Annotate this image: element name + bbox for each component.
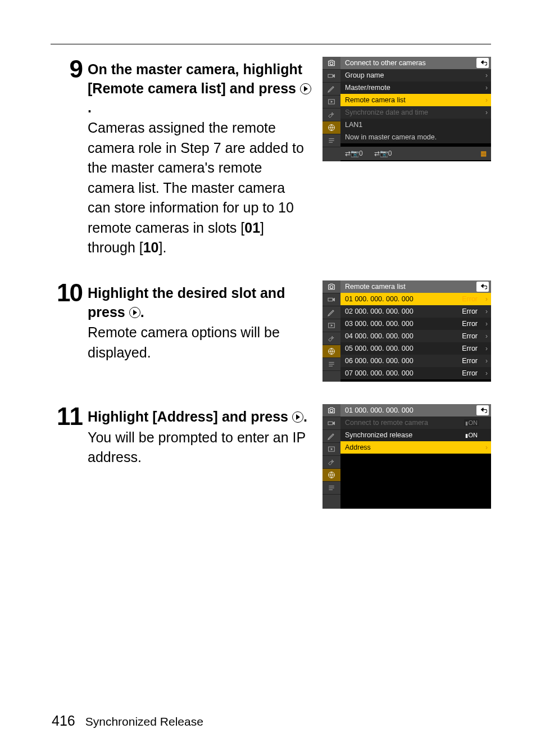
bottom-bar: ⇄📷0 ⇄📷0 ▦: [340, 147, 491, 160]
list-item: 03 000. 000. 000. 000Error›: [340, 318, 491, 330]
menu-title: Connect to other cameras: [340, 57, 491, 69]
svg-rect-0: [328, 74, 333, 77]
camera-icon: [322, 404, 340, 417]
list-item: 06 000. 000. 000. 000Error›: [340, 355, 491, 367]
video-icon: [322, 293, 340, 306]
play-icon: [322, 443, 340, 456]
pencil-icon: [322, 83, 340, 96]
list-icon: [322, 134, 340, 147]
status-line: Now in master camera mode.: [340, 131, 491, 143]
video-icon: [322, 70, 340, 83]
grid-icon: ▦: [480, 150, 487, 157]
step-10: 10 Highlight the desired slot and press …: [51, 280, 491, 382]
pencil-icon: [322, 306, 340, 319]
pencil-icon: [322, 430, 340, 443]
step-heading: Highlight the desired slot and press .: [88, 284, 311, 322]
menu-title: 01 000. 000. 000. 000: [340, 404, 491, 417]
menu-item-disabled: Synchronize date and time›: [340, 106, 491, 119]
list-item: 05 000. 000. 000. 000Error›: [340, 342, 491, 355]
step-description: Remote camera options will be displayed.: [88, 323, 311, 363]
step-11: 11 Highlight [Address] and press . You w…: [51, 404, 491, 509]
status-line: LAN1: [340, 119, 491, 131]
step-number: 11: [51, 404, 82, 509]
step-heading: On the master camera, highlight [Remote …: [88, 60, 311, 117]
menu-item: Master/remote›: [340, 82, 491, 94]
play-icon: [322, 319, 340, 332]
step-description: You will be prompted to enter an IP addr…: [88, 428, 311, 468]
list-item-highlighted: 01 000. 000. 000. 000Error›: [340, 293, 491, 305]
network-icon: [322, 469, 340, 482]
wrench-icon: [322, 108, 340, 121]
page-number: 416: [52, 713, 75, 729]
right-press-icon: [292, 411, 303, 423]
list-item: 07 000. 000. 000. 000Error›: [340, 367, 491, 379]
back-icon: [476, 58, 489, 68]
screenshot-connect-to-other-cameras: Connect to other cameras Group name› Mas…: [322, 57, 491, 161]
svg-rect-6: [328, 422, 333, 424]
menu-item-highlighted: Remote camera list›: [340, 94, 491, 106]
menu-title: Remote camera list: [340, 280, 491, 293]
list-item: 02 000. 000. 000. 000Error›: [340, 305, 491, 318]
wrench-icon: [322, 456, 340, 469]
wrench-icon: [322, 332, 340, 345]
section-label: Synchronized Release: [85, 715, 203, 728]
step-heading: Highlight [Address] and press .: [88, 408, 311, 427]
camera-icon: [322, 57, 340, 70]
network-icon: [322, 345, 340, 358]
right-press-icon: [129, 307, 140, 318]
video-icon: [322, 417, 340, 430]
menu-item: Synchronized releaseON: [340, 429, 491, 441]
screenshot-remote-camera-list: Remote camera list 01 000. 000. 000. 000…: [322, 280, 491, 382]
list-icon: [322, 358, 340, 371]
play-icon: [322, 96, 340, 108]
back-icon: [476, 282, 489, 292]
menu-item-highlighted: Address›: [340, 441, 491, 454]
list-icon: [322, 482, 340, 495]
document-page: 9 On the master camera, highlight [Remot…: [0, 0, 536, 756]
step-number: 9: [51, 57, 82, 258]
camera-icon: [322, 280, 340, 293]
menu-item: Group name›: [340, 69, 491, 82]
switch-indicator: ON: [464, 419, 479, 426]
step-description: Cameras assigned the remote camera role …: [88, 118, 311, 258]
top-rule: [51, 44, 491, 44]
right-press-icon: [300, 83, 311, 94]
svg-rect-3: [328, 298, 333, 301]
step-9: 9 On the master camera, highlight [Remot…: [51, 57, 491, 258]
step-number: 10: [51, 280, 82, 382]
back-icon: [476, 405, 489, 415]
screenshot-camera-slot-settings: 01 000. 000. 000. 000 Connect to remote …: [322, 404, 491, 509]
menu-item-disabled: Connect to remote cameraON: [340, 417, 491, 429]
page-footer: 416 Synchronized Release: [52, 713, 203, 729]
network-icon: [322, 121, 340, 134]
list-item: 04 000. 000. 000. 000Error›: [340, 330, 491, 342]
switch-indicator: ON: [464, 432, 479, 438]
